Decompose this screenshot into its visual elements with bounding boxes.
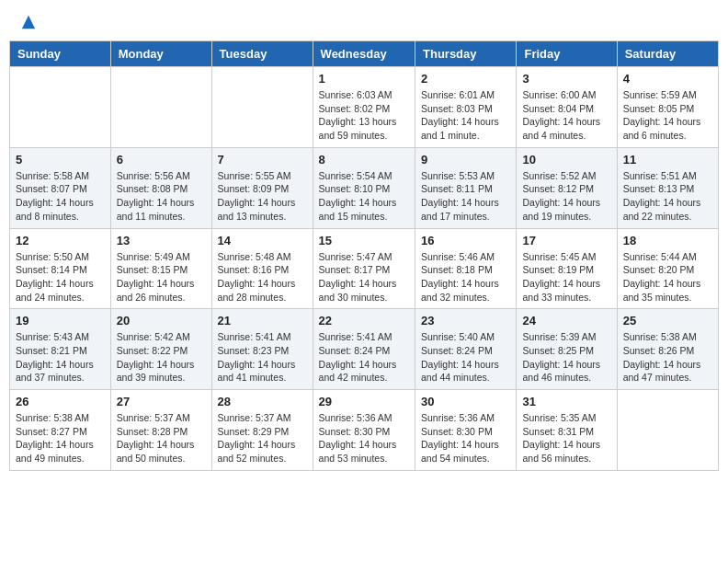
calendar-cell (110, 67, 211, 148)
calendar-day-header: Thursday (415, 41, 517, 67)
day-number: 11 (623, 153, 712, 167)
logo (18, 14, 37, 27)
calendar-week-row: 1Sunrise: 6:03 AM Sunset: 8:02 PM Daylig… (10, 67, 719, 148)
calendar-cell: 17Sunrise: 5:45 AM Sunset: 8:19 PM Dayli… (517, 228, 617, 309)
day-info: Sunrise: 5:47 AM Sunset: 8:17 PM Dayligh… (319, 250, 409, 304)
day-number: 12 (16, 234, 105, 247)
calendar-cell: 14Sunrise: 5:48 AM Sunset: 8:16 PM Dayli… (211, 228, 313, 309)
calendar-cell: 2Sunrise: 6:01 AM Sunset: 8:03 PM Daylig… (415, 67, 517, 148)
day-number: 21 (218, 314, 307, 327)
calendar-day-header: Tuesday (211, 41, 313, 67)
day-info: Sunrise: 5:59 AM Sunset: 8:05 PM Dayligh… (623, 88, 712, 143)
day-number: 18 (623, 234, 712, 247)
day-info: Sunrise: 5:41 AM Sunset: 8:24 PM Dayligh… (319, 330, 409, 385)
svg-marker-0 (22, 16, 35, 29)
calendar-day-header: Monday (110, 41, 211, 67)
day-info: Sunrise: 5:48 AM Sunset: 8:16 PM Dayligh… (218, 250, 307, 304)
day-info: Sunrise: 5:49 AM Sunset: 8:15 PM Dayligh… (117, 250, 206, 304)
calendar-week-row: 12Sunrise: 5:50 AM Sunset: 8:14 PM Dayli… (10, 228, 719, 309)
calendar-cell (10, 67, 111, 148)
calendar-cell: 5Sunrise: 5:58 AM Sunset: 8:07 PM Daylig… (10, 147, 111, 228)
day-info: Sunrise: 5:39 AM Sunset: 8:25 PM Dayligh… (522, 330, 610, 385)
day-number: 15 (319, 234, 409, 247)
day-number: 17 (522, 234, 610, 247)
calendar-week-row: 19Sunrise: 5:43 AM Sunset: 8:21 PM Dayli… (10, 309, 719, 390)
calendar-day-header: Friday (517, 41, 617, 67)
day-number: 6 (117, 153, 206, 167)
day-info: Sunrise: 5:45 AM Sunset: 8:19 PM Dayligh… (522, 250, 610, 304)
day-info: Sunrise: 5:44 AM Sunset: 8:20 PM Dayligh… (623, 250, 712, 304)
calendar-cell: 8Sunrise: 5:54 AM Sunset: 8:10 PM Daylig… (313, 147, 415, 228)
day-info: Sunrise: 5:52 AM Sunset: 8:12 PM Dayligh… (522, 169, 610, 224)
calendar-table: SundayMondayTuesdayWednesdayThursdayFrid… (9, 40, 719, 471)
day-info: Sunrise: 5:56 AM Sunset: 8:08 PM Dayligh… (117, 169, 206, 224)
day-info: Sunrise: 5:38 AM Sunset: 8:27 PM Dayligh… (16, 411, 105, 465)
calendar-cell: 3Sunrise: 6:00 AM Sunset: 8:04 PM Daylig… (517, 67, 617, 148)
calendar-cell: 11Sunrise: 5:51 AM Sunset: 8:13 PM Dayli… (617, 147, 718, 228)
calendar-cell: 22Sunrise: 5:41 AM Sunset: 8:24 PM Dayli… (313, 309, 415, 390)
day-info: Sunrise: 5:50 AM Sunset: 8:14 PM Dayligh… (16, 250, 105, 304)
calendar-cell: 6Sunrise: 5:56 AM Sunset: 8:08 PM Daylig… (110, 147, 211, 228)
calendar-cell: 4Sunrise: 5:59 AM Sunset: 8:05 PM Daylig… (617, 67, 718, 148)
day-number: 5 (16, 153, 105, 167)
day-number: 30 (421, 395, 510, 408)
calendar-cell: 15Sunrise: 5:47 AM Sunset: 8:17 PM Dayli… (313, 228, 415, 309)
day-number: 4 (623, 72, 712, 86)
calendar-cell: 16Sunrise: 5:46 AM Sunset: 8:18 PM Dayli… (415, 228, 517, 309)
calendar-cell: 13Sunrise: 5:49 AM Sunset: 8:15 PM Dayli… (110, 228, 211, 309)
day-info: Sunrise: 5:46 AM Sunset: 8:18 PM Dayligh… (421, 250, 510, 304)
day-number: 19 (16, 314, 105, 327)
day-number: 29 (319, 395, 409, 408)
calendar-cell: 28Sunrise: 5:37 AM Sunset: 8:29 PM Dayli… (211, 390, 313, 471)
day-number: 8 (319, 153, 409, 167)
day-info: Sunrise: 5:40 AM Sunset: 8:24 PM Dayligh… (421, 330, 510, 385)
day-number: 23 (421, 314, 510, 327)
day-info: Sunrise: 5:42 AM Sunset: 8:22 PM Dayligh… (117, 330, 206, 385)
calendar-week-row: 26Sunrise: 5:38 AM Sunset: 8:27 PM Dayli… (10, 390, 719, 471)
calendar-cell (617, 390, 718, 471)
day-number: 10 (522, 153, 610, 167)
calendar-day-header: Saturday (617, 41, 718, 67)
day-info: Sunrise: 5:43 AM Sunset: 8:21 PM Dayligh… (16, 330, 105, 385)
day-info: Sunrise: 5:38 AM Sunset: 8:26 PM Dayligh… (623, 330, 712, 385)
calendar-week-row: 5Sunrise: 5:58 AM Sunset: 8:07 PM Daylig… (10, 147, 719, 228)
calendar-cell: 29Sunrise: 5:36 AM Sunset: 8:30 PM Dayli… (313, 390, 415, 471)
day-info: Sunrise: 5:58 AM Sunset: 8:07 PM Dayligh… (16, 169, 105, 224)
logo-icon (20, 14, 37, 30)
calendar-cell: 23Sunrise: 5:40 AM Sunset: 8:24 PM Dayli… (415, 309, 517, 390)
day-number: 3 (522, 72, 610, 86)
day-info: Sunrise: 5:53 AM Sunset: 8:11 PM Dayligh… (421, 169, 510, 224)
day-info: Sunrise: 6:03 AM Sunset: 8:02 PM Dayligh… (319, 88, 409, 143)
calendar-cell: 20Sunrise: 5:42 AM Sunset: 8:22 PM Dayli… (110, 309, 211, 390)
calendar-cell: 12Sunrise: 5:50 AM Sunset: 8:14 PM Dayli… (10, 228, 111, 309)
calendar-cell: 18Sunrise: 5:44 AM Sunset: 8:20 PM Dayli… (617, 228, 718, 309)
calendar-cell: 27Sunrise: 5:37 AM Sunset: 8:28 PM Dayli… (110, 390, 211, 471)
calendar-cell: 25Sunrise: 5:38 AM Sunset: 8:26 PM Dayli… (617, 309, 718, 390)
day-info: Sunrise: 5:36 AM Sunset: 8:30 PM Dayligh… (421, 411, 510, 465)
day-number: 25 (623, 314, 712, 327)
calendar-cell (211, 67, 313, 148)
calendar-day-header: Wednesday (313, 41, 415, 67)
day-number: 24 (522, 314, 610, 327)
calendar-cell: 7Sunrise: 5:55 AM Sunset: 8:09 PM Daylig… (211, 147, 313, 228)
calendar-cell: 24Sunrise: 5:39 AM Sunset: 8:25 PM Dayli… (517, 309, 617, 390)
day-info: Sunrise: 5:35 AM Sunset: 8:31 PM Dayligh… (522, 411, 610, 465)
day-info: Sunrise: 5:36 AM Sunset: 8:30 PM Dayligh… (319, 411, 409, 465)
calendar-cell: 19Sunrise: 5:43 AM Sunset: 8:21 PM Dayli… (10, 309, 111, 390)
calendar-cell: 26Sunrise: 5:38 AM Sunset: 8:27 PM Dayli… (10, 390, 111, 471)
day-info: Sunrise: 5:37 AM Sunset: 8:29 PM Dayligh… (218, 411, 307, 465)
calendar-cell: 10Sunrise: 5:52 AM Sunset: 8:12 PM Dayli… (517, 147, 617, 228)
calendar-day-header: Sunday (10, 41, 111, 67)
day-info: Sunrise: 5:51 AM Sunset: 8:13 PM Dayligh… (623, 169, 712, 224)
day-number: 31 (522, 395, 610, 408)
day-info: Sunrise: 5:54 AM Sunset: 8:10 PM Dayligh… (319, 169, 409, 224)
calendar-header-row: SundayMondayTuesdayWednesdayThursdayFrid… (10, 41, 719, 67)
day-info: Sunrise: 5:55 AM Sunset: 8:09 PM Dayligh… (218, 169, 307, 224)
day-number: 9 (421, 153, 510, 167)
page-header (9, 9, 719, 31)
day-number: 14 (218, 234, 307, 247)
day-number: 27 (117, 395, 206, 408)
day-info: Sunrise: 5:41 AM Sunset: 8:23 PM Dayligh… (218, 330, 307, 385)
calendar-cell: 30Sunrise: 5:36 AM Sunset: 8:30 PM Dayli… (415, 390, 517, 471)
calendar-cell: 9Sunrise: 5:53 AM Sunset: 8:11 PM Daylig… (415, 147, 517, 228)
